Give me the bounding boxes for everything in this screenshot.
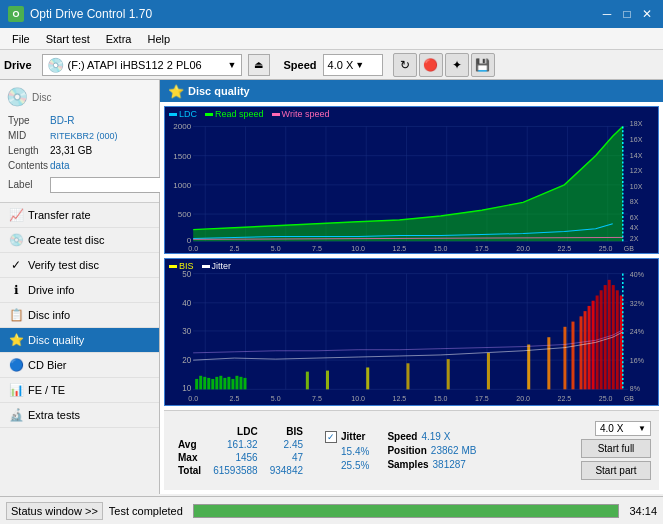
menu-file[interactable]: File [4, 31, 38, 47]
minimize-button[interactable]: ─ [599, 6, 615, 22]
svg-text:8%: 8% [630, 385, 641, 393]
title-bar: O Opti Drive Control 1.70 ─ □ ✕ [0, 0, 663, 28]
svg-rect-91 [227, 377, 230, 390]
position-label: Position [387, 445, 426, 456]
svg-text:10.0: 10.0 [351, 395, 365, 403]
sidebar-item-transfer-rate[interactable]: 📈 Transfer rate [0, 203, 159, 228]
disc-quality-label: Disc quality [28, 334, 84, 346]
menu-extra[interactable]: Extra [98, 31, 140, 47]
row-total-label: Total [172, 464, 207, 477]
burn-button[interactable]: 🔴 [419, 53, 443, 77]
svg-rect-109 [592, 301, 595, 390]
maximize-button[interactable]: □ [619, 6, 635, 22]
speed-position-section: Speed 4.19 X Position 23862 MB Samples 3… [387, 431, 476, 470]
svg-text:2000: 2000 [173, 123, 191, 132]
svg-rect-86 [207, 378, 210, 389]
svg-text:2X: 2X [630, 235, 639, 242]
svg-text:25.0: 25.0 [599, 395, 613, 403]
sidebar-item-drive-info[interactable]: ℹ Drive info [0, 278, 159, 303]
erase-button[interactable]: ✦ [445, 53, 469, 77]
write-speed-color [272, 113, 280, 116]
position-row: Position 23862 MB [387, 445, 476, 456]
svg-rect-111 [600, 290, 603, 389]
speed-dropdown[interactable]: 4.0 X ▼ [595, 421, 651, 436]
svg-rect-105 [571, 322, 574, 390]
menu-help[interactable]: Help [139, 31, 178, 47]
save-button[interactable]: 💾 [471, 53, 495, 77]
sidebar-item-verify-test-disc[interactable]: ✓ Verify test disc [0, 253, 159, 278]
svg-text:17.5: 17.5 [475, 395, 489, 403]
status-window-button[interactable]: Status window >> [6, 502, 103, 520]
sidebar-item-disc-info[interactable]: 📋 Disc info [0, 303, 159, 328]
drive-selector[interactable]: 💿 (F:) ATAPI iHBS112 2 PL06 ▼ [42, 54, 242, 76]
bis-label: BIS [179, 261, 194, 271]
sidebar-item-create-test-disc[interactable]: 💿 Create test disc [0, 228, 159, 253]
extra-tests-label: Extra tests [28, 409, 80, 421]
sidebar-item-cd-bier[interactable]: 🔵 CD Bier [0, 353, 159, 378]
svg-text:22.5: 22.5 [558, 245, 572, 252]
create-test-disc-icon: 💿 [8, 233, 24, 247]
start-buttons: Start full Start part [581, 439, 651, 480]
cd-bier-icon: 🔵 [8, 358, 24, 372]
refresh-button[interactable]: ↻ [393, 53, 417, 77]
svg-rect-107 [584, 311, 587, 389]
max-ldc: 1456 [207, 451, 264, 464]
jitter-color [202, 265, 210, 268]
svg-rect-104 [563, 327, 566, 390]
progress-fill [194, 505, 619, 517]
svg-text:10: 10 [182, 384, 191, 393]
start-part-button[interactable]: Start part [581, 461, 651, 480]
disc-info-icon: 📋 [8, 308, 24, 322]
svg-text:GB: GB [624, 395, 634, 403]
speed-selector[interactable]: 4.0 X ▼ [323, 54, 383, 76]
svg-text:30: 30 [182, 327, 191, 336]
jitter-checkbox[interactable]: ✓ [325, 431, 337, 443]
drive-info-icon: ℹ [8, 283, 24, 297]
close-button[interactable]: ✕ [639, 6, 655, 22]
svg-text:18X: 18X [630, 121, 643, 128]
stats-table: LDC BIS Avg 161.32 2.45 Max 1456 [172, 425, 309, 477]
contents-label: Contents [8, 159, 48, 172]
start-full-button[interactable]: Start full [581, 439, 651, 458]
extra-tests-icon: 🔬 [8, 408, 24, 422]
eject-button[interactable]: ⏏ [248, 54, 270, 76]
svg-text:15.0: 15.0 [434, 245, 448, 252]
col-ldc: LDC [207, 425, 264, 438]
svg-text:1000: 1000 [173, 181, 191, 190]
content-header: ⭐ Disc quality [160, 80, 663, 102]
cd-bier-label: CD Bier [28, 359, 67, 371]
svg-text:22.5: 22.5 [558, 395, 572, 403]
avg-ldc: 161.32 [207, 438, 264, 451]
svg-text:40: 40 [182, 299, 191, 308]
sidebar-item-fe-te[interactable]: 📊 FE / TE [0, 378, 159, 403]
sidebar-item-extra-tests[interactable]: 🔬 Extra tests [0, 403, 159, 428]
svg-text:500: 500 [178, 210, 192, 219]
create-test-disc-label: Create test disc [28, 234, 104, 246]
svg-text:40%: 40% [630, 271, 645, 279]
disc-subtitle: Disc [32, 92, 51, 103]
svg-text:6X: 6X [630, 214, 639, 221]
sidebar-item-disc-quality[interactable]: ⭐ Disc quality [0, 328, 159, 353]
svg-text:16%: 16% [630, 357, 645, 365]
disc-info-panel: 💿 Disc Type BD-R MID RITEKBR2 (000) Leng… [0, 80, 159, 203]
length-label: Length [8, 144, 48, 157]
svg-rect-108 [588, 306, 591, 389]
read-speed-color [205, 113, 213, 116]
legend-read-speed: Read speed [205, 109, 264, 119]
svg-text:0.0: 0.0 [188, 245, 198, 252]
svg-text:24%: 24% [630, 328, 645, 336]
svg-rect-113 [608, 280, 611, 390]
svg-rect-97 [326, 371, 329, 390]
speed-stat-label: Speed [387, 431, 417, 442]
samples-label: Samples [387, 459, 428, 470]
col-bis: BIS [264, 425, 309, 438]
position-value: 23862 MB [431, 445, 477, 456]
app-icon: O [8, 6, 24, 22]
svg-text:12.5: 12.5 [393, 245, 407, 252]
transfer-rate-label: Transfer rate [28, 209, 91, 221]
menu-start-test[interactable]: Start test [38, 31, 98, 47]
svg-rect-94 [239, 377, 242, 390]
svg-text:15.0: 15.0 [434, 395, 448, 403]
read-speed-label: Read speed [215, 109, 264, 119]
fe-te-icon: 📊 [8, 383, 24, 397]
